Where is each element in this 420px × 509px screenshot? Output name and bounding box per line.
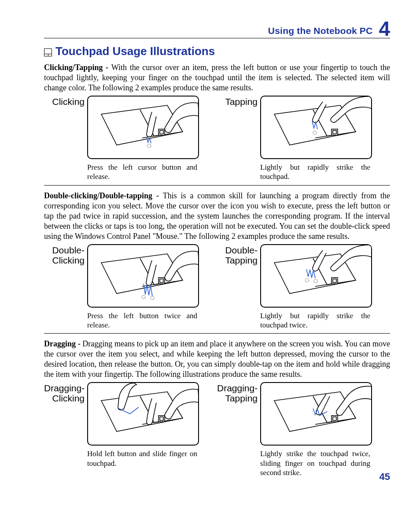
svg-point-11	[142, 295, 145, 299]
section-click: Clicking/Tapping - With the cursor over …	[44, 63, 390, 182]
intro-drag-rest: Dragging means to pick up an item and pl…	[44, 339, 390, 379]
diagram-clicking	[87, 96, 199, 159]
intro-click: Clicking/Tapping - With the cursor over …	[44, 63, 390, 93]
label-double-tap: Double-Tapping	[217, 244, 260, 265]
intro-double: Double-clicking/Double-tapping - This is…	[44, 191, 390, 241]
diagram-double-tap	[260, 244, 372, 308]
col-drag-click: Dragging-Clicking	[44, 382, 217, 477]
col-clicking: Clicking	[44, 96, 217, 182]
label-tapping: Tapping	[217, 96, 260, 107]
col-drag-tap: Dragging-Tapping	[217, 382, 390, 477]
heading-text: Touchpad Usage Illustrations	[55, 45, 215, 58]
row-drag: Dragging-Clicking	[44, 382, 390, 477]
header-title: Using the Notebook PC	[268, 26, 373, 36]
intro-drag: Dragging - Dragging means to pick up an …	[44, 339, 390, 379]
diagram-drag-tap	[260, 382, 372, 446]
caption-double-tap: Lightly but rapidly strike the touchpad …	[260, 311, 370, 330]
svg-rect-10	[160, 279, 163, 282]
label-drag-tap: Dragging-Tapping	[217, 382, 260, 403]
chapter-number: 4	[379, 19, 390, 39]
intro-click-bold: Clicking/Tapping -	[44, 63, 111, 72]
page-number: 45	[379, 471, 390, 483]
label-double-click: Double-Clicking	[44, 244, 87, 265]
svg-rect-23	[333, 417, 336, 420]
label-clicking: Clicking	[44, 96, 87, 107]
section-heading: Touchpad Usage Illustrations	[44, 45, 390, 58]
svg-rect-20	[160, 417, 163, 420]
svg-rect-2	[160, 130, 163, 134]
diagram-tapping	[260, 96, 372, 159]
caption-tapping: Lightly but rapidly strike the touchpad.	[260, 163, 370, 182]
intro-drag-bold: Dragging -	[44, 339, 82, 348]
manual-page: Using the Notebook PC 4 Touchpad Usage I…	[0, 0, 420, 509]
row-click: Clicking	[44, 96, 390, 182]
touchpad-heading-icon	[44, 48, 52, 56]
intro-double-bold: Double-clicking/Double-tapping -	[44, 191, 163, 200]
caption-drag-click: Hold left button and slide finger on tou…	[87, 449, 197, 468]
divider-1	[44, 185, 390, 186]
label-drag-click: Dragging-Clicking	[44, 382, 87, 403]
running-header: Using the Notebook PC 4	[44, 17, 390, 38]
caption-double-click: Press the left button twice and release.	[87, 311, 197, 330]
svg-point-3	[147, 144, 151, 148]
svg-rect-15	[333, 279, 336, 282]
svg-rect-6	[333, 130, 336, 134]
diagram-double-click	[87, 244, 199, 308]
svg-point-12	[151, 296, 154, 300]
caption-clicking: Press the left cursor button and release…	[87, 163, 197, 182]
section-drag: Dragging - Dragging means to pick up an …	[44, 339, 390, 477]
col-tapping: Tapping	[217, 96, 390, 182]
row-double: Double-Clicking	[44, 244, 390, 330]
divider-2	[44, 333, 390, 334]
diagram-drag-click	[87, 382, 199, 446]
section-double: Double-clicking/Double-tapping - This is…	[44, 191, 390, 330]
col-double-tap: Double-Tapping	[217, 244, 390, 330]
caption-drag-tap: Lightly strike the touchpad twice, slidi…	[260, 449, 370, 477]
col-double-click: Double-Clicking	[44, 244, 217, 330]
